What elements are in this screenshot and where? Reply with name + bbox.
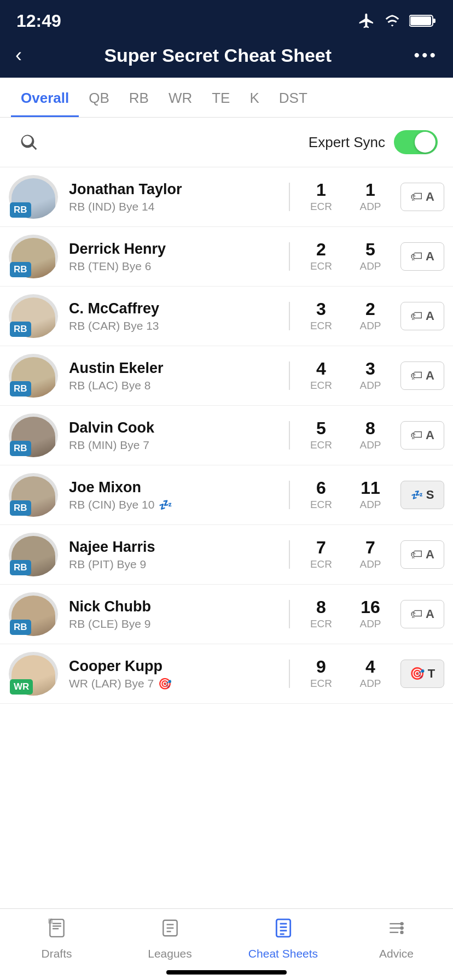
adp-value: 3 bbox=[346, 360, 395, 377]
ecr-label: ECR bbox=[297, 499, 346, 511]
advice-icon bbox=[386, 918, 407, 943]
rank-divider bbox=[289, 660, 290, 688]
search-button[interactable] bbox=[15, 129, 43, 156]
tab-overall[interactable]: Overall bbox=[11, 78, 79, 117]
adp-value: 2 bbox=[346, 300, 395, 318]
airplane-icon bbox=[358, 12, 375, 30]
table-row: RB Derrick Henry RB (TEN) Bye 6 2 ECR 5 … bbox=[0, 227, 453, 287]
action-button[interactable]: 🏷 A bbox=[400, 302, 444, 330]
tab-wr[interactable]: WR bbox=[159, 78, 202, 117]
nav-item-drafts[interactable]: Drafts bbox=[13, 918, 101, 960]
rank-divider bbox=[289, 600, 290, 628]
ecr-block: 4 ECR bbox=[297, 360, 346, 392]
player-name: Jonathan Taylor bbox=[69, 181, 278, 198]
target-icon: 🎯 bbox=[410, 667, 425, 681]
tab-qb[interactable]: QB bbox=[79, 78, 119, 117]
player-meta: RB (PIT) Bye 9 bbox=[69, 558, 278, 571]
tab-rb[interactable]: RB bbox=[119, 78, 159, 117]
adp-label: ADP bbox=[346, 260, 395, 272]
player-list: RB Jonathan Taylor RB (IND) Bye 14 1 ECR… bbox=[0, 167, 453, 775]
battery-icon bbox=[409, 13, 437, 28]
player-meta: RB (TEN) Bye 6 bbox=[69, 260, 278, 273]
nav-item-cheatsheets[interactable]: Cheat Sheets bbox=[240, 918, 327, 960]
ecr-label: ECR bbox=[297, 558, 346, 570]
player-name: Cooper Kupp bbox=[69, 658, 278, 675]
ecr-label: ECR bbox=[297, 320, 346, 332]
controls-bar: Expert Sync bbox=[0, 118, 453, 167]
action-label: A bbox=[426, 428, 434, 442]
expert-sync-toggle[interactable] bbox=[394, 130, 438, 154]
ecr-label: ECR bbox=[297, 380, 346, 392]
player-info: Austin Ekeler RB (LAC) Bye 8 bbox=[63, 360, 282, 392]
expert-sync-label: Expert Sync bbox=[309, 134, 385, 151]
nav-item-leagues[interactable]: Leagues bbox=[126, 918, 214, 960]
sleep-icon: 💤 bbox=[411, 489, 423, 501]
action-button[interactable]: 🎯 T bbox=[400, 660, 444, 688]
svg-rect-4 bbox=[53, 923, 61, 924]
player-avatar-wrap: RB bbox=[9, 413, 63, 457]
player-name: Nick Chubb bbox=[69, 598, 278, 615]
action-label: A bbox=[426, 369, 434, 383]
action-button[interactable]: 🏷 A bbox=[400, 540, 444, 569]
tab-dst[interactable]: DST bbox=[269, 78, 317, 117]
table-row: WR Cooper Kupp WR (LAR) Bye 7 🎯 9 ECR 4 … bbox=[0, 644, 453, 704]
ecr-value: 2 bbox=[297, 241, 346, 258]
action-label: T bbox=[428, 667, 435, 681]
tab-te[interactable]: TE bbox=[202, 78, 240, 117]
back-button[interactable]: ‹ bbox=[15, 44, 22, 67]
action-button[interactable]: 🏷 A bbox=[400, 361, 444, 390]
ecr-label: ECR bbox=[297, 439, 346, 451]
action-button[interactable]: 💤 S bbox=[400, 481, 444, 509]
ecr-label: ECR bbox=[297, 260, 346, 272]
ecr-block: 8 ECR bbox=[297, 598, 346, 630]
action-button[interactable]: 🏷 A bbox=[400, 600, 444, 628]
toggle-knob bbox=[415, 132, 435, 153]
ecr-block: 7 ECR bbox=[297, 539, 346, 570]
ecr-block: 1 ECR bbox=[297, 181, 346, 213]
adp-value: 5 bbox=[346, 241, 395, 258]
sleep-indicator: 💤 bbox=[159, 498, 172, 511]
tag-icon: 🏷 bbox=[410, 369, 422, 383]
adp-block: 2 ADP bbox=[346, 300, 395, 332]
action-button[interactable]: 🏷 A bbox=[400, 421, 444, 450]
player-avatar-wrap: RB bbox=[9, 235, 63, 278]
position-badge: RB bbox=[10, 500, 31, 516]
leagues-icon bbox=[160, 918, 181, 943]
svg-rect-5 bbox=[53, 925, 61, 926]
advice-label: Advice bbox=[379, 947, 414, 960]
svg-rect-2 bbox=[433, 19, 435, 23]
player-info: Joe Mixon RB (CIN) Bye 10 💤 bbox=[63, 479, 282, 511]
action-label: A bbox=[426, 547, 434, 562]
position-badge: RB bbox=[10, 322, 31, 337]
svg-point-20 bbox=[400, 931, 403, 934]
table-row: RB Austin Ekeler RB (LAC) Bye 8 4 ECR 3 … bbox=[0, 346, 453, 406]
tab-k[interactable]: K bbox=[240, 78, 269, 117]
ecr-block: 9 ECR bbox=[297, 658, 346, 690]
position-badge: RB bbox=[10, 381, 31, 396]
svg-rect-7 bbox=[48, 919, 53, 924]
adp-block: 8 ADP bbox=[346, 419, 395, 451]
adp-value: 11 bbox=[346, 479, 395, 497]
ecr-value: 8 bbox=[297, 598, 346, 616]
status-bar: 12:49 bbox=[0, 0, 453, 38]
tag-icon: 🏷 bbox=[410, 428, 422, 442]
adp-block: 3 ADP bbox=[346, 360, 395, 392]
action-button[interactable]: 🏷 A bbox=[400, 183, 444, 211]
action-button[interactable]: 🏷 A bbox=[400, 242, 444, 271]
table-row: RB Joe Mixon RB (CIN) Bye 10 💤 6 ECR 11 … bbox=[0, 465, 453, 525]
tag-icon: 🏷 bbox=[410, 249, 422, 264]
svg-point-21 bbox=[400, 926, 403, 930]
player-info: Jonathan Taylor RB (IND) Bye 14 bbox=[63, 181, 282, 213]
rank-divider bbox=[289, 540, 290, 569]
tab-bar: Overall QB RB WR TE K DST bbox=[0, 78, 453, 118]
player-name: Dalvin Cook bbox=[69, 419, 278, 436]
player-meta: RB (CIN) Bye 10 💤 bbox=[69, 498, 278, 511]
action-label: A bbox=[426, 249, 434, 264]
adp-label: ADP bbox=[346, 618, 395, 630]
more-button[interactable]: ••• bbox=[414, 46, 438, 65]
nav-item-advice[interactable]: Advice bbox=[353, 918, 440, 960]
adp-label: ADP bbox=[346, 201, 395, 213]
action-label: A bbox=[426, 607, 434, 621]
table-row: RB Najee Harris RB (PIT) Bye 9 7 ECR 7 A… bbox=[0, 525, 453, 585]
player-avatar-wrap: WR bbox=[9, 652, 63, 696]
